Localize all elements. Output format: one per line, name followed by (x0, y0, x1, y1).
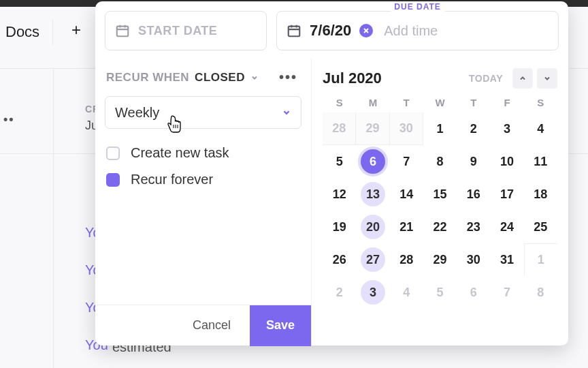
bg-more-icon: •• (3, 112, 15, 127)
calendar-icon (115, 23, 130, 38)
calendar-day[interactable]: 6 (457, 276, 490, 309)
date-recurrence-popover: START DATE DUE DATE 7/6/20 Add time RECU… (95, 1, 568, 346)
calendar-day[interactable]: 15 (423, 178, 457, 211)
calendar-day[interactable]: 28 (390, 243, 423, 276)
calendar-day[interactable]: 4 (524, 112, 557, 145)
calendar-day[interactable]: 2 (457, 112, 490, 145)
calendar-day[interactable]: 8 (423, 145, 457, 178)
start-date-placeholder: START DATE (138, 24, 217, 38)
popover-date-row: START DATE DUE DATE 7/6/20 Add time (95, 1, 568, 59)
calendar-day[interactable]: 10 (490, 145, 523, 178)
add-time-button[interactable]: Add time (384, 23, 438, 39)
calendar-dow: T (390, 97, 423, 108)
due-date-value: 7/6/20 (310, 22, 351, 40)
calendar-day[interactable]: 4 (390, 276, 423, 309)
recur-trigger-row: RECUR WHEN CLOSED ••• (106, 68, 300, 87)
calendar-day[interactable]: 29 (423, 243, 457, 276)
due-date-field[interactable]: DUE DATE 7/6/20 Add time (276, 11, 559, 50)
calendar-day[interactable]: 7 (490, 276, 523, 309)
calendar-day[interactable]: 11 (524, 145, 557, 178)
calendar-day[interactable]: 9 (457, 145, 490, 178)
calendar-day[interactable]: 17 (490, 178, 523, 211)
calendar-day[interactable]: 3 (356, 276, 389, 309)
bg-docs-label: Docs (0, 19, 53, 45)
recurrence-panel: RECUR WHEN CLOSED ••• Weekly Create new … (95, 59, 312, 346)
calendar-day[interactable]: 3 (490, 112, 523, 145)
calendar-day[interactable]: 12 (323, 178, 356, 211)
calendar-day[interactable]: 6 (356, 145, 389, 178)
calendar-day[interactable]: 14 (390, 178, 423, 211)
calendar-day[interactable]: 2 (323, 276, 356, 309)
calendar-dow: F (490, 97, 523, 108)
calendar-panel: Jul 2020 TODAY SMTWTFS 28293012345678910… (312, 59, 568, 346)
calendar-day[interactable]: 1 (423, 112, 457, 145)
calendar-header: Jul 2020 TODAY (323, 68, 557, 89)
calendar-day[interactable]: 22 (423, 211, 457, 243)
start-date-field[interactable]: START DATE (105, 11, 267, 50)
calendar-day[interactable]: 24 (490, 211, 523, 243)
recur-forever-checkbox[interactable] (106, 173, 120, 187)
calendar-day[interactable]: 19 (323, 211, 356, 243)
calendar-dow: S (524, 97, 557, 108)
bg-left-border (53, 68, 54, 368)
calendar-month-label: Jul 2020 (323, 70, 382, 87)
calendar-day[interactable]: 31 (490, 243, 523, 276)
calendar-day[interactable]: 29 (356, 112, 389, 145)
calendar-day[interactable]: 26 (323, 243, 356, 276)
calendar-dow: M (356, 97, 389, 108)
chevron-down-icon (282, 108, 291, 117)
calendar-icon (287, 23, 301, 38)
recur-forever-label: Recur forever (131, 172, 213, 187)
svg-rect-1 (289, 27, 300, 37)
calendar-dow: W (423, 97, 457, 108)
create-new-task-checkbox[interactable] (106, 147, 120, 160)
calendar-day[interactable]: 23 (457, 211, 490, 243)
calendar-day[interactable]: 7 (390, 145, 423, 178)
create-new-task-row: Create new task (105, 140, 301, 166)
chevron-down-icon[interactable] (250, 74, 259, 82)
popover-body: RECUR WHEN CLOSED ••• Weekly Create new … (95, 59, 568, 346)
save-button[interactable]: Save (250, 305, 311, 346)
calendar-day[interactable]: 16 (457, 178, 490, 211)
recur-forever-row: Recur forever (105, 166, 301, 193)
calendar-day[interactable]: 30 (390, 112, 423, 145)
due-date-label: DUE DATE (390, 2, 444, 12)
frequency-select[interactable]: Weekly (105, 96, 301, 129)
cancel-button[interactable]: Cancel (180, 310, 243, 341)
prev-month-button[interactable] (512, 68, 533, 89)
recur-trigger-value[interactable]: CLOSED (195, 71, 245, 85)
calendar-day[interactable]: 5 (423, 276, 457, 309)
calendar-day[interactable]: 8 (524, 276, 557, 309)
svg-rect-0 (117, 27, 129, 37)
calendar-dow: S (323, 97, 356, 108)
bg-add-icon: + (71, 20, 81, 40)
clear-due-date-button[interactable] (359, 24, 373, 37)
calendar-day[interactable]: 30 (457, 243, 490, 276)
calendar-day[interactable]: 28 (323, 112, 356, 145)
calendar-day[interactable]: 18 (524, 178, 557, 211)
calendar-dow-row: SMTWTFS (323, 97, 557, 108)
next-month-button[interactable] (537, 68, 557, 89)
today-button[interactable]: TODAY (469, 73, 503, 84)
recur-when-label: RECUR WHEN (106, 71, 189, 85)
calendar-day[interactable]: 13 (356, 178, 389, 211)
popover-footer: Cancel Save (95, 305, 311, 346)
calendar-day[interactable]: 25 (524, 211, 557, 243)
calendar-day[interactable]: 5 (323, 145, 356, 178)
calendar-day[interactable]: 21 (390, 211, 423, 243)
calendar-day[interactable]: 27 (356, 243, 389, 276)
more-options-button[interactable]: ••• (276, 68, 300, 87)
calendar-day[interactable]: 20 (356, 211, 389, 243)
calendar-dow: T (457, 97, 490, 108)
create-new-task-label: Create new task (131, 145, 229, 161)
frequency-value: Weekly (115, 105, 159, 121)
calendar-day[interactable]: 1 (524, 243, 557, 276)
calendar-grid: 2829301234567891011121314151617181920212… (323, 112, 557, 309)
